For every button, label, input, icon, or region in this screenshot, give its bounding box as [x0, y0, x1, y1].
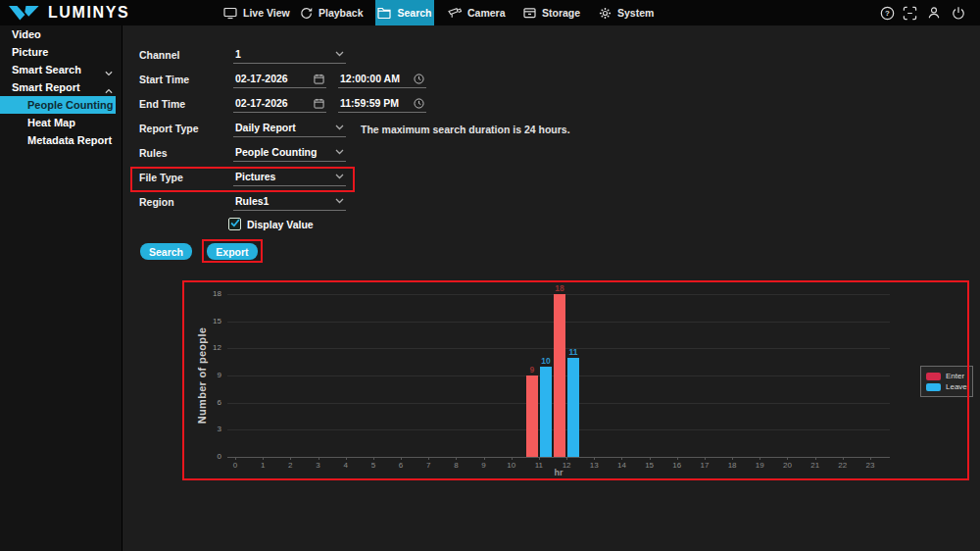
- display-value-row: Display Value: [228, 218, 314, 230]
- x-tick-mark: [512, 457, 513, 460]
- x-tick-mark: [870, 457, 871, 460]
- y-tick-label: 0: [196, 452, 221, 461]
- grid-line-0: [227, 457, 890, 458]
- people-counting-chart: Number of people hr 03691215180123456789…: [182, 280, 969, 480]
- start-time-input[interactable]: 12:00:00 AM: [338, 73, 426, 88]
- legend-label: Leave: [946, 382, 967, 391]
- clock-icon: [414, 74, 424, 84]
- x-tick-label: 4: [336, 461, 356, 470]
- clock-icon: [414, 98, 424, 109]
- file-type-row: File Type Pictures: [139, 171, 346, 186]
- rules-value: People Counting: [235, 146, 317, 158]
- chart-legend[interactable]: EnterLeave: [920, 366, 973, 397]
- end-time-label: End Time: [139, 98, 233, 113]
- end-date-value: 02-17-2026: [235, 97, 288, 109]
- rules-select[interactable]: People Counting: [233, 146, 346, 162]
- x-tick-label: 18: [722, 461, 742, 470]
- sidebar-item-heat-map[interactable]: Heat Map: [0, 114, 122, 131]
- x-tick-label: 23: [860, 461, 880, 470]
- region-row: Region Rules1: [139, 195, 346, 211]
- display-value-checkbox[interactable]: [228, 218, 241, 230]
- sidebar-item-picture[interactable]: Picture: [0, 43, 122, 61]
- scan-icon[interactable]: [902, 5, 917, 21]
- y-tick-label: 9: [196, 371, 221, 379]
- sidebar-item-metadata-report[interactable]: Metadata Report: [0, 131, 122, 149]
- nav-live-view[interactable]: Live View: [223, 0, 290, 25]
- x-tick-mark: [235, 457, 236, 460]
- bar-value-label: 9: [522, 365, 542, 375]
- y-tick-label: 6: [196, 398, 221, 407]
- y-tick-label: 3: [196, 425, 221, 433]
- x-tick-label: 21: [806, 461, 825, 470]
- checkmark-icon: [230, 219, 240, 227]
- x-tick-label: 2: [280, 461, 300, 470]
- nav-label: Playback: [318, 7, 364, 19]
- export-button[interactable]: Export: [207, 243, 258, 260]
- playback-arrow-icon: [300, 7, 313, 20]
- y-tick-label: 15: [196, 317, 221, 326]
- power-icon[interactable]: [951, 5, 966, 21]
- top-navigation-bar: LUMINYS Live View Playback Search Camera…: [0, 0, 980, 25]
- start-time-row: Start Time 02-17-2026 12:00:00 AM: [139, 73, 426, 88]
- main-content: Channel 1 Start Time 02-17-2026 12:00:00…: [122, 25, 980, 551]
- calendar-icon: [314, 98, 324, 109]
- channel-select[interactable]: 1: [233, 48, 346, 64]
- x-tick-label: 20: [777, 461, 797, 470]
- end-date-input[interactable]: 02-17-2026: [233, 97, 326, 113]
- sidebar-item-video[interactable]: Video: [0, 25, 122, 43]
- start-time-value: 12:00:00 AM: [340, 73, 400, 84]
- file-type-select[interactable]: Pictures: [233, 171, 346, 186]
- channel-row: Channel 1: [139, 48, 346, 64]
- report-type-select[interactable]: Daily Report: [233, 122, 346, 137]
- x-tick-label: 10: [502, 461, 521, 470]
- report-type-row: Report Type Daily Report: [139, 122, 346, 137]
- rules-label: Rules: [139, 147, 233, 162]
- legend-swatch: [926, 383, 941, 391]
- bar-leave-hour-11: [540, 367, 552, 457]
- region-value: Rules1: [235, 195, 269, 207]
- x-tick-mark: [456, 457, 457, 460]
- brand-logo: LUMINYS: [8, 0, 129, 25]
- bar-enter-hour-11: [526, 376, 538, 457]
- x-tick-label: 6: [391, 461, 411, 470]
- start-date-value: 02-17-2026: [235, 73, 288, 84]
- channel-value: 1: [235, 48, 241, 60]
- bar-enter-hour-12: [554, 294, 565, 457]
- x-tick-mark: [843, 457, 844, 460]
- sidebar-item-people-counting[interactable]: People Counting: [0, 96, 116, 114]
- nav-playback[interactable]: Playback: [300, 0, 364, 25]
- start-date-input[interactable]: 02-17-2026: [233, 73, 326, 88]
- nav-storage[interactable]: Storage: [523, 0, 580, 25]
- x-tick-label: 15: [640, 461, 660, 470]
- x-tick-mark: [346, 457, 347, 460]
- x-tick-label: 0: [225, 461, 245, 470]
- nav-search[interactable]: Search: [375, 0, 434, 25]
- sidebar-item-smart-report[interactable]: Smart Report: [0, 78, 122, 96]
- gear-icon: [599, 7, 612, 20]
- region-label: Region: [139, 196, 233, 211]
- user-icon[interactable]: [926, 5, 942, 21]
- report-type-value: Daily Report: [235, 122, 296, 133]
- search-button[interactable]: Search: [140, 243, 192, 260]
- region-select[interactable]: Rules1: [233, 195, 346, 211]
- x-tick-mark: [677, 457, 678, 460]
- x-tick-mark: [566, 457, 567, 460]
- rules-row: Rules People Counting: [139, 146, 346, 162]
- help-icon[interactable]: ?: [879, 5, 895, 21]
- x-tick-mark: [621, 457, 622, 460]
- y-tick-label: 12: [196, 343, 221, 352]
- bar-value-label: 11: [564, 347, 583, 357]
- monitor-icon: [223, 7, 237, 20]
- duration-note: The maximum search duration is 24 hours.: [361, 124, 570, 135]
- legend-item-leave[interactable]: Leave: [926, 382, 967, 391]
- end-time-input[interactable]: 11:59:59 PM: [338, 97, 426, 113]
- x-tick-mark: [373, 457, 374, 460]
- nav-system[interactable]: System: [599, 0, 654, 25]
- end-time-row: End Time 02-17-2026 11:59:59 PM: [139, 97, 426, 113]
- calendar-icon: [314, 74, 324, 84]
- sidebar-item-smart-search[interactable]: Smart Search: [0, 61, 122, 78]
- nav-camera[interactable]: Camera: [448, 0, 506, 25]
- chevron-down-icon: [105, 67, 113, 78]
- end-time-value: 11:59:59 PM: [340, 97, 399, 109]
- legend-item-enter[interactable]: Enter: [926, 372, 967, 380]
